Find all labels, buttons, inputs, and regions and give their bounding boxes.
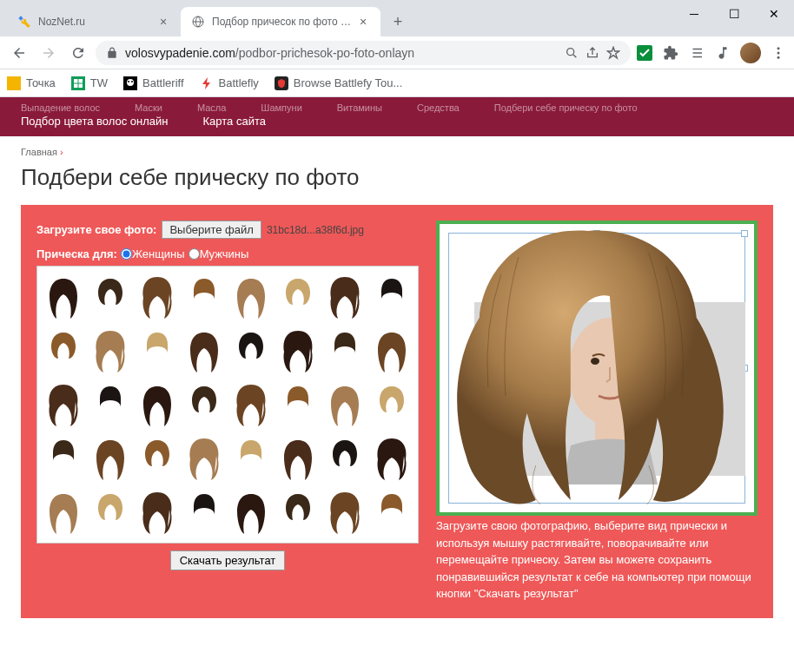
nav-item[interactable]: Витамины	[337, 102, 382, 113]
hairstyle-thumb[interactable]	[371, 541, 413, 544]
hairstyle-thumb[interactable]	[43, 541, 84, 544]
hairstyle-thumb[interactable]	[277, 433, 319, 484]
maximize-button[interactable]: ☐	[714, 0, 754, 28]
nav-item[interactable]: Средства	[417, 102, 460, 113]
reload-button[interactable]	[66, 41, 90, 65]
bookmark-tw[interactable]: TW	[71, 76, 108, 90]
hairstyle-thumb[interactable]	[89, 272, 131, 322]
hairstyle-thumb[interactable]	[277, 487, 319, 537]
download-button[interactable]: Скачать результат	[170, 550, 286, 570]
bookmark-battlefy-tour[interactable]: Browse Battlefy Tou...	[275, 76, 403, 90]
hairstyle-thumb[interactable]	[89, 487, 131, 537]
hairstyle-thumb[interactable]	[324, 541, 366, 544]
close-icon[interactable]: ×	[356, 15, 370, 29]
hairstyle-thumb[interactable]	[324, 379, 366, 430]
hairstyle-thumb[interactable]	[324, 272, 366, 322]
hairstyle-thumb[interactable]	[371, 326, 413, 376]
globe-icon	[191, 15, 205, 29]
close-icon[interactable]: ×	[156, 15, 170, 29]
tab-active[interactable]: Подбор причесок по фото онла ×	[181, 7, 380, 36]
extensions	[636, 43, 787, 63]
nav-item[interactable]: Выпадение волос	[21, 102, 100, 113]
hairstyle-thumb[interactable]	[43, 487, 84, 537]
hairstyle-thumb[interactable]	[230, 541, 272, 544]
hairstyle-thumb[interactable]	[136, 541, 178, 544]
bookmark-tochka[interactable]: Точка	[7, 76, 56, 90]
tab-title: NozNet.ru	[38, 16, 153, 28]
star-icon[interactable]	[606, 46, 620, 60]
url-text: volosvypadenie.com/podbor-prichesok-po-f…	[125, 46, 558, 60]
hairstyle-thumb[interactable]	[43, 433, 84, 484]
hairstyle-thumb[interactable]	[43, 326, 84, 376]
choose-file-button[interactable]: Выберите файл	[162, 221, 261, 239]
hairstyle-thumb[interactable]	[183, 326, 225, 376]
url-input[interactable]: volosvypadenie.com/podbor-prichesok-po-f…	[96, 41, 631, 65]
hairstyle-thumb[interactable]	[277, 541, 319, 544]
hairstyle-thumb[interactable]	[183, 487, 225, 537]
radio-male[interactable]: Мужчины	[189, 247, 249, 260]
hairstyle-thumb[interactable]	[136, 326, 178, 376]
hairstyle-thumb[interactable]	[183, 379, 225, 430]
nav-item[interactable]: Маски	[135, 102, 162, 113]
hairstyle-thumb[interactable]	[89, 326, 131, 376]
hairstyle-thumb[interactable]	[324, 433, 366, 484]
hairstyle-thumb[interactable]	[183, 433, 225, 484]
profile-avatar[interactable]	[740, 43, 761, 63]
hairstyle-thumb[interactable]	[230, 487, 272, 537]
menu-icon[interactable]	[770, 44, 787, 62]
hairstyle-thumb[interactable]	[183, 272, 225, 322]
hairstyle-thumb[interactable]	[277, 326, 319, 376]
hairstyle-thumb[interactable]	[89, 541, 131, 544]
close-button[interactable]: ✕	[754, 0, 794, 28]
music-icon[interactable]	[714, 44, 731, 62]
hair-overlay[interactable]	[440, 222, 736, 516]
minimize-button[interactable]: ─	[674, 0, 714, 28]
page-content: Выпадение волос Маски Масла Шампуни Вита…	[0, 97, 794, 672]
hairstyle-thumb[interactable]	[230, 379, 272, 430]
nav-item[interactable]: Карта сайта	[203, 115, 266, 128]
hairstyle-thumb[interactable]	[136, 272, 178, 322]
hairstyle-thumb[interactable]	[371, 272, 413, 322]
hairstyle-thumb[interactable]	[230, 433, 272, 484]
tab-noznet[interactable]: NozNet.ru ×	[7, 7, 181, 36]
hairstyle-thumb[interactable]	[371, 379, 413, 430]
share-icon[interactable]	[586, 46, 599, 60]
bookmarks-bar: Точка TW Battleriff Battlefly Browse Bat…	[0, 69, 794, 97]
hairstyle-thumb[interactable]	[277, 272, 319, 322]
hairstyle-thumb[interactable]	[371, 487, 413, 537]
radio-female[interactable]: Женщины	[121, 247, 185, 260]
hairstyle-thumb[interactable]	[136, 433, 178, 484]
hairstyle-thumb[interactable]	[324, 487, 366, 537]
hairstyle-thumb[interactable]	[136, 487, 178, 537]
hairstyle-grid[interactable]	[36, 266, 419, 544]
breadcrumb-home[interactable]: Главная	[21, 147, 57, 157]
forward-button[interactable]	[36, 41, 61, 65]
bookmark-battleriff[interactable]: Battleriff	[123, 76, 183, 90]
hairstyle-thumb[interactable]	[324, 326, 366, 376]
new-tab-button[interactable]: +	[386, 10, 410, 34]
bookmark-battlefly[interactable]: Battlefly	[200, 76, 259, 90]
nav-item[interactable]: Подбери себе прическу по фото	[494, 102, 638, 113]
ext-check-icon[interactable]	[636, 44, 653, 62]
hairstyle-thumb[interactable]	[43, 272, 84, 322]
back-button[interactable]	[7, 41, 31, 65]
nav-item[interactable]: Шампуни	[261, 102, 301, 113]
hairstyle-thumb[interactable]	[277, 379, 319, 430]
nav-item[interactable]: Подбор цвета волос онлайн	[21, 115, 169, 128]
hairstyle-thumb[interactable]	[136, 379, 178, 430]
puzzle-icon[interactable]	[662, 44, 679, 62]
search-icon[interactable]	[565, 46, 579, 60]
hairstyle-thumb[interactable]	[230, 326, 272, 376]
square-icon	[7, 76, 21, 90]
svg-point-12	[131, 81, 133, 82]
hairstyle-thumb[interactable]	[89, 379, 131, 430]
hairstyle-thumb[interactable]	[183, 541, 225, 544]
hairstyle-thumb[interactable]	[43, 379, 84, 430]
hairstyle-thumb[interactable]	[230, 272, 272, 322]
hairstyle-thumb[interactable]	[371, 433, 413, 484]
hairstyle-thumb[interactable]	[89, 433, 131, 484]
nav-item[interactable]: Масла	[197, 102, 226, 113]
list-icon[interactable]	[688, 44, 705, 62]
address-bar: volosvypadenie.com/podbor-prichesok-po-f…	[0, 36, 794, 69]
preview-box[interactable]	[436, 221, 758, 516]
